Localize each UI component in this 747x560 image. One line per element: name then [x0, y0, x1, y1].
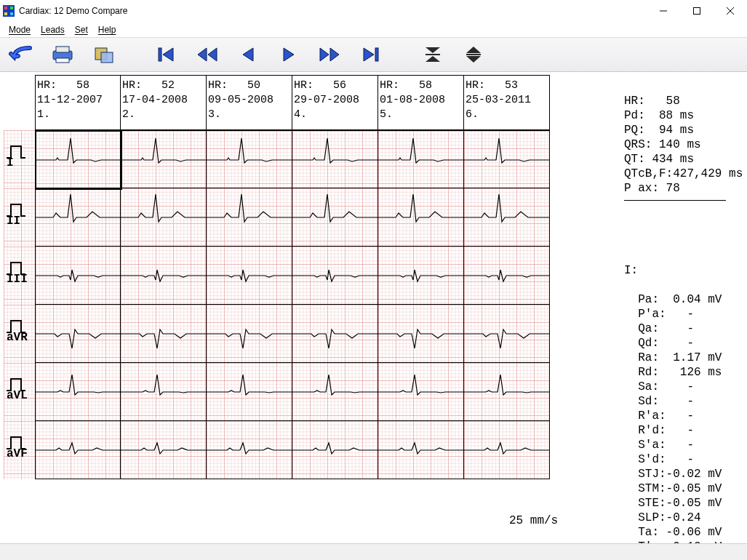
svg-marker-20 — [320, 48, 329, 61]
lead-row-aVF: aVF — [4, 421, 577, 479]
detail-r2d: R'd: - — [638, 424, 694, 437]
maximize-button[interactable] — [680, 0, 714, 22]
minimize-button[interactable] — [647, 0, 680, 22]
svg-marker-22 — [364, 48, 374, 61]
vcollapse-button[interactable] — [415, 40, 451, 69]
ecg-cell-II-1[interactable] — [35, 188, 121, 247]
column-header-1[interactable]: HR: 58 11-12-2007 1. — [35, 75, 121, 130]
summary-pax: P ax: 78 — [624, 182, 680, 195]
last-button[interactable] — [352, 40, 388, 69]
detail-r2a: R'a: - — [638, 409, 694, 423]
lead-row-aVL: aVL — [4, 363, 577, 421]
ecg-cell-I-4[interactable] — [292, 130, 378, 188]
detail-stj: STJ:-0.02 mV — [638, 468, 722, 481]
content-area: HR: 58 11-12-2007 1. HR: 52 17-04-2008 2… — [0, 72, 747, 546]
ecg-cell-aVF-4[interactable] — [292, 421, 378, 479]
first-button[interactable] — [148, 40, 185, 69]
ecg-cell-aVF-6[interactable] — [464, 421, 550, 479]
window-title: Cardiax: 12 Demo Compare — [19, 6, 127, 16]
vexpand-button[interactable] — [455, 40, 492, 69]
lead-row-II: II — [4, 188, 577, 247]
fastfwd-button[interactable] — [311, 40, 348, 69]
lead-label-I[interactable]: I — [4, 130, 35, 188]
lead-row-aVR: aVR — [4, 305, 577, 363]
ecg-cell-aVF-1[interactable] — [35, 421, 121, 479]
column-header-3[interactable]: HR: 50 09-05-2008 3. — [207, 75, 292, 130]
lead-label-aVR[interactable]: aVR — [4, 305, 35, 363]
ecg-cell-aVL-3[interactable] — [207, 363, 292, 421]
detail-p2a: P'a: - — [638, 308, 694, 321]
svg-rect-28 — [466, 54, 481, 55]
ecg-cell-III-3[interactable] — [207, 247, 292, 305]
ecg-cell-aVL-6[interactable] — [464, 363, 550, 421]
lead-label-II[interactable]: II — [4, 188, 35, 247]
app-icon — [3, 5, 15, 17]
print-button[interactable] — [45, 40, 81, 69]
lead-label-aVF[interactable]: aVF — [4, 421, 35, 479]
ecg-cell-I-1[interactable] — [35, 130, 121, 188]
column-header-5[interactable]: HR: 58 01-08-2008 5. — [378, 75, 464, 130]
svg-rect-23 — [375, 48, 378, 61]
ecg-cell-I-5[interactable] — [378, 130, 464, 188]
lead-name: III — [7, 273, 28, 286]
column-header-6[interactable]: HR: 53 25-03-2011 6. — [464, 75, 550, 130]
menu-leads[interactable]: Leads — [36, 24, 69, 36]
ecg-cell-II-6[interactable] — [464, 188, 550, 247]
overlay-button[interactable] — [86, 40, 122, 69]
ecg-cell-aVL-4[interactable] — [292, 363, 378, 421]
ecg-cell-aVL-1[interactable] — [35, 363, 121, 421]
menu-bar: Mode Leads Set Help — [0, 23, 747, 37]
ecg-cell-aVR-2[interactable] — [121, 305, 207, 363]
status-bar — [0, 543, 747, 560]
ecg-cell-aVL-2[interactable] — [121, 363, 207, 421]
lead-label-aVL[interactable]: aVL — [4, 363, 35, 421]
ecg-cell-aVR-4[interactable] — [292, 305, 378, 363]
detail-sd: Sd: - — [638, 395, 694, 408]
column-header-4[interactable]: HR: 56 29-07-2008 4. — [292, 75, 378, 130]
lead-label-III[interactable]: III — [4, 247, 35, 305]
menu-help[interactable]: Help — [94, 24, 121, 36]
ecg-cell-aVF-3[interactable] — [207, 421, 292, 479]
ecg-cell-II-2[interactable] — [121, 188, 207, 247]
ecg-cell-II-3[interactable] — [207, 188, 292, 247]
info-separator — [624, 200, 726, 201]
ecg-cell-aVF-2[interactable] — [121, 421, 207, 479]
svg-marker-21 — [330, 48, 339, 61]
ecg-cell-II-4[interactable] — [292, 188, 378, 247]
lead-name: aVR — [7, 331, 28, 344]
column-header-2[interactable]: HR: 52 17-04-2008 2. — [121, 75, 207, 130]
back-button[interactable] — [4, 40, 41, 69]
info-panel: HR: 58 Pd: 88 ms PQ: 94 ms QRS: 140 ms Q… — [624, 79, 740, 560]
menu-set[interactable]: Set — [71, 24, 92, 36]
ecg-cell-III-6[interactable] — [464, 247, 550, 305]
ecg-cell-III-4[interactable] — [292, 247, 378, 305]
ecg-cell-aVR-3[interactable] — [207, 305, 292, 363]
ecg-cell-III-5[interactable] — [378, 247, 464, 305]
svg-marker-19 — [284, 48, 294, 61]
ecg-cell-aVL-5[interactable] — [378, 363, 464, 421]
svg-rect-25 — [426, 54, 440, 55]
ecg-cell-aVR-1[interactable] — [35, 305, 121, 363]
svg-rect-10 — [56, 47, 69, 52]
svg-rect-2 — [10, 7, 13, 9]
menu-mode[interactable]: Mode — [4, 24, 35, 36]
svg-marker-15 — [163, 48, 173, 61]
svg-rect-6 — [694, 8, 700, 15]
ecg-cell-II-5[interactable] — [378, 188, 464, 247]
detail-slp: SLP:-0.24 — [638, 511, 700, 524]
close-button[interactable] — [714, 0, 747, 22]
next-button[interactable] — [271, 40, 307, 69]
prev-button[interactable] — [230, 40, 266, 69]
ecg-cell-aVR-5[interactable] — [378, 305, 464, 363]
ecg-cell-I-3[interactable] — [207, 130, 292, 188]
ecg-cell-aVF-5[interactable] — [378, 421, 464, 479]
ecg-compare-grid[interactable]: HR: 58 11-12-2007 1. HR: 52 17-04-2008 2… — [4, 75, 577, 479]
ecg-cell-I-2[interactable] — [121, 130, 207, 188]
lead-name: II — [7, 215, 20, 228]
ecg-cell-aVR-6[interactable] — [464, 305, 550, 363]
svg-marker-29 — [466, 56, 481, 63]
ecg-cell-III-2[interactable] — [121, 247, 207, 305]
rewind-button[interactable] — [189, 40, 225, 69]
ecg-cell-I-6[interactable] — [464, 130, 550, 188]
ecg-cell-III-1[interactable] — [35, 247, 121, 305]
